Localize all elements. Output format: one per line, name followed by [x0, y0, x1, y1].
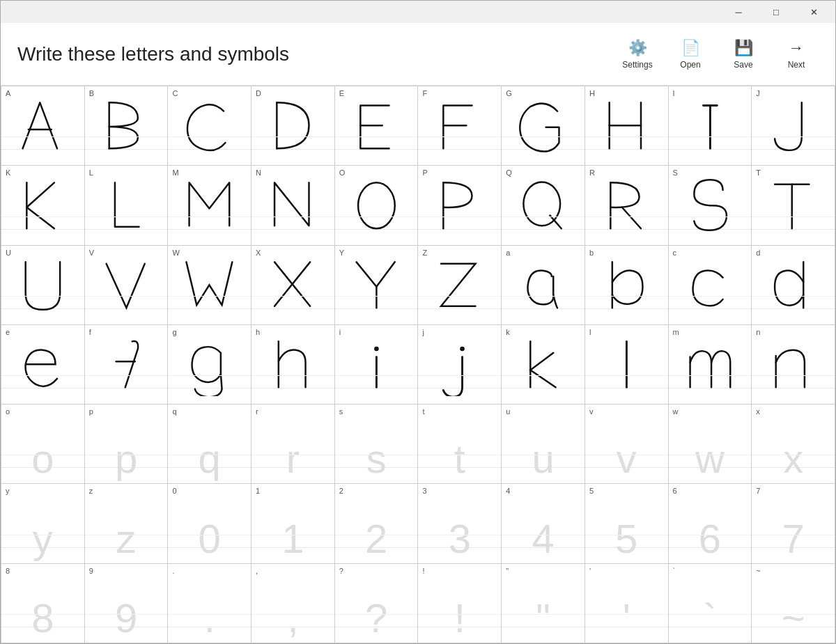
cell-3[interactable]: 33	[418, 484, 502, 563]
cell-5[interactable]: 55	[585, 484, 669, 563]
cell-label: 6	[673, 487, 677, 495]
cell-label: h	[256, 328, 260, 336]
cell-label: s	[339, 407, 343, 416]
cell-M[interactable]: M	[168, 166, 251, 245]
cell-6[interactable]: 66	[669, 484, 752, 563]
cell-K[interactable]: K	[1, 166, 85, 245]
cell-label: z	[89, 487, 93, 495]
open-label: Open	[680, 60, 700, 70]
cell-Q[interactable]: Q	[502, 166, 585, 245]
cell-1[interactable]: 11	[251, 484, 335, 563]
close-button[interactable]: ✕	[798, 1, 830, 22]
cell-e[interactable]: e	[1, 325, 85, 405]
cell-label: K	[6, 168, 10, 177]
cell-Z[interactable]: Z	[418, 246, 502, 325]
cell-z[interactable]: zz	[85, 484, 169, 563]
maximize-button[interactable]: □	[760, 1, 792, 22]
cell-H[interactable]: H	[585, 86, 669, 166]
cell-O[interactable]: O	[335, 166, 419, 245]
cell-drawn-character	[251, 325, 334, 404]
cell-C[interactable]: C	[168, 86, 251, 166]
cell-g[interactable]: g	[168, 325, 251, 405]
cell-a[interactable]: a	[502, 246, 585, 325]
cell-drawn-character	[585, 86, 668, 165]
cell-t[interactable]: tt	[418, 405, 502, 484]
cell-l[interactable]: l	[585, 325, 669, 405]
cell-drawn-character	[502, 325, 585, 404]
cell-w[interactable]: ww	[669, 405, 752, 484]
cell-y[interactable]: yy	[1, 484, 85, 563]
cell-Y[interactable]: Y	[335, 246, 419, 325]
cell-v[interactable]: vv	[585, 405, 669, 484]
cell-label: d	[756, 249, 760, 257]
cell-0[interactable]: 00	[168, 484, 251, 563]
cell-G[interactable]: G	[502, 86, 585, 166]
cell-j[interactable]: j	[418, 325, 502, 405]
cell-![interactable]: !!	[418, 564, 502, 643]
cell-c[interactable]: c	[669, 246, 752, 325]
cell-b[interactable]: b	[585, 246, 669, 325]
minimize-button[interactable]: ─	[722, 1, 754, 22]
cell-A[interactable]: A	[1, 86, 85, 166]
cell-label: D	[256, 89, 261, 97]
cell-'[interactable]: ''	[585, 564, 669, 643]
cell-9[interactable]: 99	[85, 564, 169, 643]
cell-p[interactable]: pp	[85, 405, 169, 484]
cell-drawn-character	[502, 246, 585, 324]
save-button[interactable]: 💾 Save	[721, 32, 766, 77]
cell-s[interactable]: ss	[335, 405, 419, 484]
cell-X[interactable]: X	[251, 246, 335, 325]
settings-button[interactable]: ⚙️ Settings	[615, 32, 660, 77]
cell-2[interactable]: 22	[335, 484, 419, 563]
cell-drawn-character	[251, 86, 334, 165]
page-title: Write these letters and symbols	[17, 43, 615, 65]
cell-label: O	[339, 168, 346, 177]
cell-T[interactable]: T	[752, 166, 835, 245]
cell-R[interactable]: R	[585, 166, 669, 245]
cell-x[interactable]: xx	[752, 405, 835, 484]
cell-J[interactable]: J	[752, 86, 835, 166]
cell-label: l	[589, 328, 591, 336]
cell-label: N	[256, 168, 261, 177]
cell-4[interactable]: 44	[502, 484, 585, 563]
cell-n[interactable]: n	[752, 325, 835, 405]
cell-I[interactable]: I	[669, 86, 752, 166]
cell-7[interactable]: 77	[752, 484, 835, 563]
cell-,[interactable]: ,,	[251, 564, 335, 643]
cell-h[interactable]: h	[251, 325, 335, 405]
cell-E[interactable]: E	[335, 86, 419, 166]
cell-i[interactable]: i	[335, 325, 419, 405]
cell-S[interactable]: S	[669, 166, 752, 245]
cell-label: 0	[172, 487, 176, 495]
cell-k[interactable]: k	[502, 325, 585, 405]
cell-f[interactable]: f	[85, 325, 169, 405]
open-button[interactable]: 📄 Open	[668, 32, 713, 77]
cell-P[interactable]: P	[418, 166, 502, 245]
cell-N[interactable]: N	[251, 166, 335, 245]
cell-`[interactable]: ``	[669, 564, 752, 643]
cell-U[interactable]: U	[1, 246, 85, 325]
settings-label: Settings	[622, 60, 652, 70]
cell-placeholder-character: .	[204, 598, 215, 638]
cell-F[interactable]: F	[418, 86, 502, 166]
cell-8[interactable]: 88	[1, 564, 85, 643]
cell-~[interactable]: ~~	[752, 564, 835, 643]
cell-L[interactable]: L	[85, 166, 169, 245]
cell-d[interactable]: d	[752, 246, 835, 325]
next-button[interactable]: → Next	[774, 32, 819, 77]
cell-drawn-character	[168, 246, 251, 324]
cell-m[interactable]: m	[669, 325, 752, 405]
cell-W[interactable]: W	[168, 246, 251, 325]
cell-V[interactable]: V	[85, 246, 169, 325]
cell-"[interactable]: ""	[502, 564, 585, 643]
cell-o[interactable]: oo	[1, 405, 85, 484]
cell-q[interactable]: qq	[168, 405, 251, 484]
cell-u[interactable]: uu	[502, 405, 585, 484]
cell-B[interactable]: B	[85, 86, 169, 166]
cell-.[interactable]: ..	[168, 564, 251, 643]
cell-label: V	[89, 249, 94, 257]
cell-?[interactable]: ??	[335, 564, 419, 643]
cell-r[interactable]: rr	[251, 405, 335, 484]
cell-placeholder-character: 9	[115, 598, 137, 638]
cell-D[interactable]: D	[251, 86, 335, 166]
